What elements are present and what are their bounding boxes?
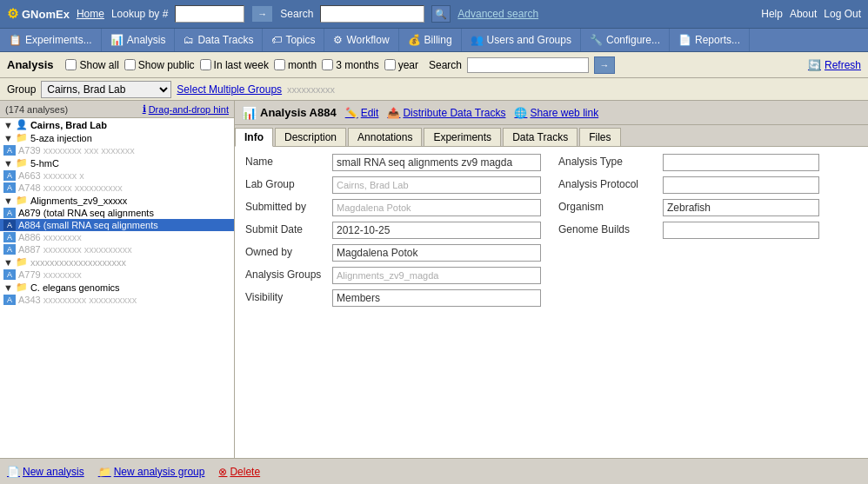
refresh-link[interactable]: 🔄 Refresh: [808, 59, 861, 71]
data-tracks-icon: 🗂: [184, 34, 194, 46]
nav-item-data-tracks[interactable]: 🗂 Data Tracks: [175, 29, 263, 51]
toolbar-search-button[interactable]: →: [594, 56, 615, 74]
lookup-input[interactable]: [175, 5, 244, 23]
submitted-by-label: Submitted by: [245, 199, 332, 213]
month-checkbox[interactable]: [274, 59, 285, 70]
workflow-icon: ⚙: [333, 34, 343, 46]
tree-item[interactable]: A A879 (total RNA seq alignments: [0, 207, 234, 219]
tree-item[interactable]: ▼ 📁 5-aza injection: [0, 131, 234, 144]
tree-item[interactable]: ▼ 📁 xxxxxxxxxxxxxxxxxxxx: [0, 255, 234, 269]
tree-item[interactable]: A A748 xxxxxx xxxxxxxxxx: [0, 182, 234, 194]
tree-item[interactable]: A A887 xxxxxxxx xxxxxxxxxx: [0, 243, 234, 255]
group-extra: xxxxxxxxxx: [287, 84, 335, 95]
delete-icon: ⊗: [218, 466, 227, 478]
year-checkbox-label[interactable]: year: [384, 59, 418, 71]
distribute-link[interactable]: 📤 Distribute Data Tracks: [387, 107, 505, 119]
nav-analysis-label: Analysis: [127, 34, 166, 46]
tree-item[interactable]: A A779 xxxxxxxx: [0, 269, 234, 281]
root-icon: 👤: [16, 119, 28, 130]
new-analysis-icon: 📄: [7, 466, 20, 478]
edit-icon: ✏️: [345, 107, 358, 119]
month-checkbox-label[interactable]: month: [274, 59, 317, 71]
tree-item[interactable]: ▼ 📁 C. elegans genomics: [0, 281, 234, 294]
show-public-checkbox-label[interactable]: Show public: [124, 59, 195, 71]
group-label: Group: [7, 83, 36, 96]
submitted-by-value: Magdalena Potok: [332, 199, 541, 216]
nav-item-workflow[interactable]: ⚙ Workflow: [324, 29, 398, 51]
file-icon8: A: [3, 269, 16, 280]
reports-icon: 📄: [678, 34, 691, 46]
tabs-bar: Info Description Annotations Experiments…: [235, 125, 868, 147]
tab-files[interactable]: Files: [579, 128, 620, 146]
right-panel-header: 📊 Analysis A884 ✏️ Edit 📤 Distribute Dat…: [235, 101, 868, 125]
tab-experiments[interactable]: Experiments: [424, 128, 501, 146]
nav-item-configure[interactable]: 🔧 Configure...: [581, 29, 670, 51]
three-months-checkbox-label[interactable]: 3 months: [322, 59, 378, 71]
lookup-label: Lookup by #: [111, 8, 168, 20]
lab-group-row: Lab Group Cairns, Brad Lab Analysis Prot…: [245, 176, 858, 194]
nav-item-users-groups[interactable]: 👥 Users and Groups: [462, 29, 581, 51]
file-icon2: A: [3, 170, 16, 181]
search-go-button[interactable]: 🔍: [431, 5, 451, 23]
three-months-checkbox[interactable]: [322, 59, 333, 70]
home-link[interactable]: Home: [77, 8, 104, 20]
show-public-checkbox[interactable]: [124, 59, 136, 70]
new-analysis-link[interactable]: 📄 New analysis: [7, 466, 84, 478]
tree-item[interactable]: A A739 xxxxxxxx xxx xxxxxxx: [0, 144, 234, 156]
edit-link[interactable]: ✏️ Edit: [345, 107, 379, 119]
bottombar: 📄 New analysis 📁 New analysis group ⊗ De…: [0, 458, 868, 484]
advanced-search-link[interactable]: Advanced search: [457, 8, 538, 20]
submit-date-value: 2012-10-25: [332, 222, 541, 239]
tree-item-selected[interactable]: A A884 (small RNA seq alignments: [0, 219, 234, 231]
owned-by-row: Owned by Magdalena Potok: [245, 244, 858, 262]
file-icon6: A: [3, 232, 16, 242]
genome-builds-value: [663, 222, 819, 239]
configure-icon: 🔧: [590, 34, 603, 46]
in-last-week-checkbox[interactable]: [200, 59, 211, 70]
analysis-icon: 📊: [110, 34, 124, 46]
nav-item-reports[interactable]: 📄 Reports...: [670, 29, 750, 51]
refresh-icon: 🔄: [808, 59, 821, 71]
in-last-week-checkbox-label[interactable]: In last week: [200, 59, 269, 71]
visibility-row: Visibility Members: [245, 289, 858, 307]
tab-data-tracks[interactable]: Data Tracks: [503, 128, 578, 146]
left-panel: (174 analyses) ℹ Drag-and-drop hint ▼ 👤 …: [0, 101, 235, 458]
tree-item[interactable]: ▼ 👤 Cairns, Brad Lab: [0, 118, 234, 131]
nav-item-topics[interactable]: 🏷 Topics: [263, 29, 324, 51]
organism-value: Zebrafish: [663, 199, 819, 216]
about-link[interactable]: About: [790, 8, 817, 20]
nav-item-analysis[interactable]: 📊 Analysis: [102, 29, 176, 51]
search-input[interactable]: [320, 5, 424, 23]
tab-info[interactable]: Info: [235, 128, 273, 147]
tab-annotations[interactable]: Annotations: [348, 128, 422, 146]
tree-item[interactable]: A A343 xxxxxxxxx xxxxxxxxxx: [0, 294, 234, 306]
tree-item[interactable]: A A663 xxxxxxx x: [0, 169, 234, 182]
new-analysis-group-link[interactable]: 📁 New analysis group: [98, 466, 205, 478]
tree-item[interactable]: ▼ 📁 Alignments_zv9_xxxxx: [0, 194, 234, 207]
left-panel-header: (174 analyses) ℹ Drag-and-drop hint: [0, 101, 234, 118]
share-link[interactable]: 🌐 Share web link: [514, 107, 598, 119]
show-all-checkbox[interactable]: [65, 59, 77, 70]
select-multiple-groups-link[interactable]: Select Multiple Groups: [177, 83, 282, 96]
tab-description[interactable]: Description: [275, 128, 346, 146]
nav-configure-label: Configure...: [606, 34, 660, 46]
show-all-checkbox-label[interactable]: Show all: [65, 59, 118, 71]
delete-link[interactable]: ⊗ Delete: [218, 466, 260, 478]
toolbar-search-input[interactable]: [467, 57, 589, 73]
tree-item[interactable]: ▼ 📁 5-hmC: [0, 156, 234, 169]
topics-icon: 🏷: [271, 34, 282, 46]
logout-link[interactable]: Log Out: [824, 8, 861, 20]
tree-item[interactable]: A A886 xxxxxxxx: [0, 231, 234, 243]
nav-item-billing[interactable]: 💰 Billing: [399, 29, 462, 51]
logo: ⚙ GNomEx: [7, 6, 70, 22]
new-analysis-group-icon: 📁: [98, 466, 111, 478]
visibility-label: Visibility: [245, 289, 332, 303]
drag-hint-link[interactable]: ℹ Drag-and-drop hint: [143, 103, 229, 115]
lookup-go-button[interactable]: →: [251, 5, 273, 23]
organism-label: Organism: [558, 199, 663, 213]
nav-item-experiments[interactable]: 📋 Experiments...: [0, 29, 102, 51]
help-link[interactable]: Help: [761, 8, 783, 20]
group-select[interactable]: Cairns, Brad Lab: [41, 81, 171, 98]
toolbar: Analysis Show all Show public In last we…: [0, 52, 868, 78]
year-checkbox[interactable]: [384, 59, 396, 70]
